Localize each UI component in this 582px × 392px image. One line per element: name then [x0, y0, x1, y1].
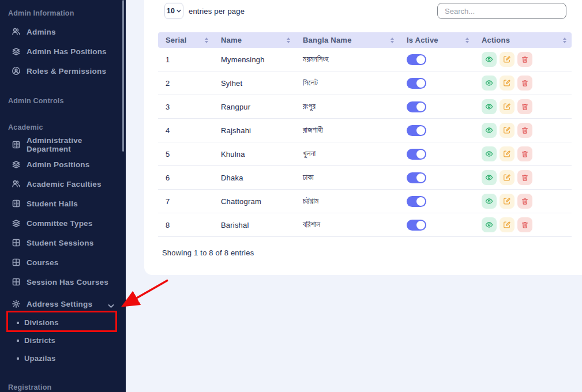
sidebar-item-admin-positions[interactable]: Admin Positions: [0, 154, 126, 174]
delete-button[interactable]: [517, 76, 532, 91]
delete-button[interactable]: [517, 52, 532, 67]
sidebar-item-admins[interactable]: Admins: [0, 22, 126, 42]
department-icon: [11, 199, 21, 209]
sidebar-item-committee-types[interactable]: Committee Types: [0, 213, 126, 233]
sort-icon[interactable]: [205, 37, 208, 43]
table-row: 5 Khulna খুলনা: [158, 142, 572, 166]
name-cell: Chattogram: [213, 190, 295, 213]
sidebar-item-academic-faculties[interactable]: Academic Faculties: [0, 174, 126, 194]
serial-cell: 7: [158, 190, 213, 213]
sidebar-item-label: Student Halls: [27, 199, 78, 208]
toggle-knob: [416, 150, 425, 159]
active-toggle[interactable]: [407, 172, 426, 183]
sidebar-section-registration: Registration: [8, 382, 126, 392]
edit-icon: [503, 103, 511, 111]
delete-button[interactable]: [517, 217, 532, 232]
active-toggle[interactable]: [407, 220, 426, 231]
sort-icon[interactable]: [287, 37, 290, 43]
serial-cell: 6: [158, 166, 213, 190]
view-button[interactable]: [482, 76, 497, 91]
sidebar-item-courses[interactable]: Courses: [0, 252, 126, 272]
page-size-select[interactable]: 10: [164, 3, 183, 19]
view-button[interactable]: [482, 170, 497, 185]
sidebar-item-upazilas[interactable]: Upazilas: [0, 349, 126, 367]
active-toggle[interactable]: [407, 149, 426, 160]
sidebar-item-label: Roles & Permissions: [27, 67, 106, 76]
search-input[interactable]: [437, 3, 566, 19]
view-button[interactable]: [482, 217, 497, 232]
column-header-actions[interactable]: Actions: [474, 32, 572, 48]
toggle-knob: [416, 79, 425, 88]
edit-icon: [503, 221, 511, 229]
table-header-row: Serial Name Bangla Name Is Active Action…: [158, 32, 572, 48]
sidebar-item-label: Administrative Department: [27, 136, 126, 153]
column-header-is-active[interactable]: Is Active: [399, 32, 474, 48]
view-button[interactable]: [482, 194, 497, 209]
active-toggle[interactable]: [407, 78, 426, 89]
edit-button[interactable]: [500, 194, 515, 209]
edit-button[interactable]: [500, 170, 515, 185]
sidebar-item-label: Academic Faculties: [27, 180, 102, 189]
active-toggle[interactable]: [407, 196, 426, 207]
view-button[interactable]: [482, 123, 497, 138]
edit-button[interactable]: [500, 146, 515, 161]
eye-icon: [485, 103, 493, 111]
delete-button[interactable]: [517, 170, 532, 185]
name-cell: Dhaka: [213, 166, 295, 190]
serial-cell: 1: [158, 48, 213, 71]
users-icon: [11, 27, 21, 37]
sidebar-item-roles-permissions[interactable]: Roles & Permissions: [0, 61, 126, 81]
sort-icon[interactable]: [563, 37, 566, 43]
sidebar-item-admin-has-positions[interactable]: Admin Has Positions: [0, 42, 126, 61]
table-row: 1 Mymensingh ময়মনসিংহ: [158, 48, 572, 71]
edit-icon: [503, 55, 511, 63]
bullet-icon: [17, 340, 19, 342]
view-button[interactable]: [482, 52, 497, 67]
delete-button[interactable]: [517, 194, 532, 209]
table-row: 4 Rajshahi রাজশাহী: [158, 119, 572, 142]
sidebar-item-label: Admins: [27, 28, 56, 36]
view-button[interactable]: [482, 99, 497, 114]
delete-button[interactable]: [517, 99, 532, 114]
sidebar-item-administrative-department[interactable]: Administrative Department: [0, 135, 126, 154]
name-cell: Mymensingh: [213, 48, 295, 71]
sidebar-item-address-settings[interactable]: Address Settings: [0, 294, 126, 314]
sidebar-item-student-sessions[interactable]: Student Sessions: [0, 233, 126, 252]
sidebar-item-student-halls[interactable]: Student Halls: [0, 194, 126, 213]
edit-button[interactable]: [500, 99, 515, 114]
delete-button[interactable]: [517, 146, 532, 161]
edit-icon: [503, 197, 511, 205]
sort-icon[interactable]: [465, 37, 469, 43]
active-toggle[interactable]: [407, 54, 426, 65]
edit-button[interactable]: [500, 123, 515, 138]
sort-icon[interactable]: [390, 37, 394, 43]
sidebar-section-admin-information: Admin Information: [8, 8, 126, 18]
table-icon: [11, 277, 21, 287]
trash-icon: [521, 79, 529, 87]
edit-button[interactable]: [500, 52, 515, 67]
column-header-serial[interactable]: Serial: [158, 32, 213, 48]
edit-icon: [503, 150, 511, 158]
edit-button[interactable]: [500, 76, 515, 91]
view-button[interactable]: [482, 146, 497, 161]
bangla-name-cell: সিলেট: [295, 71, 399, 95]
table-row: 6 Dhaka ঢাকা: [158, 166, 572, 190]
bullet-icon: [17, 322, 19, 324]
delete-button[interactable]: [517, 123, 532, 138]
name-cell: Khulna: [213, 142, 295, 166]
sidebar-item-session-has-courses[interactable]: Session Has Courses: [0, 272, 126, 292]
select-chevron-icon: [177, 9, 181, 13]
eye-icon: [485, 79, 493, 87]
active-toggle[interactable]: [407, 101, 426, 112]
sidebar-scrollbar-thumb[interactable]: [122, 0, 124, 152]
edit-button[interactable]: [500, 217, 515, 232]
column-header-bangla-name[interactable]: Bangla Name: [295, 32, 399, 48]
table-summary: Showing 1 to 8 of 8 entries: [162, 248, 572, 257]
sidebar-item-label: Address Settings: [27, 300, 92, 308]
sidebar-section-academic: Academic: [8, 122, 126, 133]
column-header-name[interactable]: Name: [213, 32, 295, 48]
sidebar-item-districts[interactable]: Districts: [0, 331, 126, 349]
sidebar-item-divisions[interactable]: Divisions: [0, 314, 126, 331]
serial-cell: 8: [158, 213, 213, 237]
active-toggle[interactable]: [407, 125, 426, 136]
